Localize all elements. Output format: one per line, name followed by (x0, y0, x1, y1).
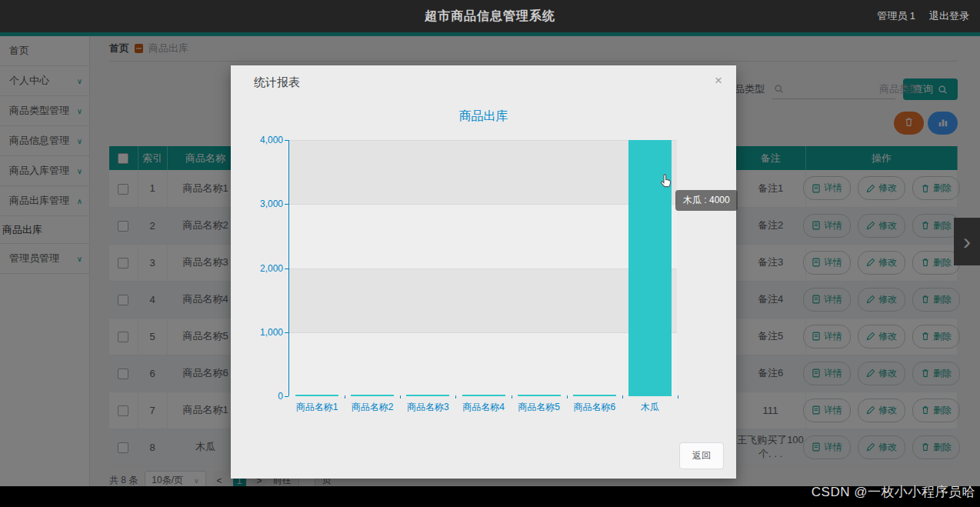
chart-band (289, 204, 677, 268)
y-axis-label: 4,000 (241, 135, 283, 145)
x-axis-label: 商品名称5 (512, 401, 567, 414)
app-window: 超市商品信息管理系统 管理员 1 退出登录 首页个人中心∨商品类型管理∨商品信息… (0, 0, 980, 507)
bar-chart: 01,0002,0003,0004,000商品名称1商品名称2商品名称3商品名称… (288, 140, 677, 396)
y-axis-tick (285, 269, 288, 269)
y-axis-label: 3,000 (241, 198, 283, 209)
current-user: 管理员 1 (877, 9, 915, 23)
chart-band (289, 140, 677, 204)
x-axis-label: 商品名称6 (567, 401, 622, 414)
y-axis-tick (285, 396, 288, 397)
bar-商品名称2[interactable] (351, 395, 394, 396)
x-axis-tick (678, 395, 678, 399)
x-axis-label: 商品名称1 (289, 401, 345, 414)
x-axis-label: 商品名称3 (400, 401, 455, 414)
y-axis-label: 0 (241, 391, 283, 402)
x-axis-tick (512, 395, 512, 399)
csdn-watermark: CSDN @一枚小小程序员哈 (812, 483, 975, 501)
x-axis-tick (455, 395, 456, 399)
gridline (289, 269, 677, 269)
stats-dialog: 统计报表 × 商品出库 01,0002,0003,0004,000商品名称1商品… (231, 65, 736, 479)
chart-band (289, 332, 677, 396)
gridline (289, 140, 677, 141)
close-icon[interactable]: × (715, 73, 722, 88)
dialog-title: 统计报表 (254, 75, 300, 90)
x-axis-tick (622, 395, 623, 399)
bar-商品名称5[interactable] (518, 395, 561, 396)
chart-title: 商品出库 (231, 108, 736, 125)
x-axis-tick (345, 395, 345, 399)
x-axis-label: 木瓜 (622, 401, 678, 414)
y-axis-tick (285, 140, 288, 141)
gridline (289, 332, 677, 333)
x-axis-tick (400, 395, 401, 399)
y-axis-label: 2,000 (241, 263, 283, 274)
app-title: 超市商品信息管理系统 (0, 0, 980, 32)
chart-tooltip: 木瓜 : 4000 (675, 190, 738, 211)
bar-商品名称4[interactable] (462, 395, 505, 396)
y-axis-tick (285, 332, 288, 333)
chart-band (289, 269, 677, 332)
top-header: 超市商品信息管理系统 管理员 1 退出登录 (0, 0, 980, 32)
x-axis-tick (567, 395, 568, 399)
cursor-pointer-icon (658, 173, 674, 190)
logout-link[interactable]: 退出登录 (929, 9, 969, 23)
y-axis-label: 1,000 (241, 327, 283, 338)
x-axis-label: 商品名称4 (455, 401, 511, 414)
x-axis-label: 商品名称2 (345, 401, 400, 414)
y-axis-tick (285, 204, 288, 205)
bar-商品名称6[interactable] (573, 395, 616, 396)
dialog-header: 统计报表 × (231, 65, 736, 99)
gridline (289, 204, 677, 205)
bar-商品名称1[interactable] (295, 395, 338, 396)
back-button[interactable]: 返回 (679, 442, 724, 469)
bar-商品名称3[interactable] (406, 395, 449, 396)
